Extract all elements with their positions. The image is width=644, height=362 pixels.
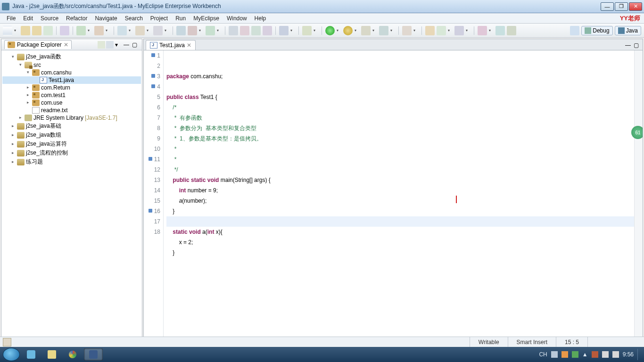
- tool-button[interactable]: [94, 26, 104, 35]
- tree-node[interactable]: ▸j2se_java运算符: [2, 140, 141, 148]
- menu-run[interactable]: Run: [172, 14, 190, 23]
- tree-twisty-icon[interactable]: ▸: [10, 150, 16, 156]
- line-number[interactable]: 4: [144, 82, 160, 92]
- debug-dropdown-icon[interactable]: ▾: [355, 28, 359, 33]
- code-line[interactable]: }: [166, 206, 634, 216]
- debug-button[interactable]: [343, 26, 353, 35]
- tree-twisty-icon[interactable]: ▾: [25, 70, 31, 75]
- tree-twisty-icon[interactable]: ▸: [25, 92, 31, 98]
- ime-indicator[interactable]: CH: [539, 351, 547, 358]
- tray-expand-icon[interactable]: ▲: [582, 351, 588, 358]
- tree-twisty-icon[interactable]: ▸: [10, 123, 16, 129]
- dropdown-icon[interactable]: ▾: [466, 28, 471, 33]
- tool-button[interactable]: [425, 26, 435, 35]
- tool-button[interactable]: [135, 26, 145, 35]
- new-button[interactable]: [3, 26, 12, 35]
- tree-twisty-icon[interactable]: ▾: [10, 54, 16, 60]
- line-number[interactable]: 5: [144, 92, 160, 102]
- line-number[interactable]: 1: [144, 50, 160, 61]
- code-line[interactable]: [166, 82, 634, 92]
- dropdown-icon[interactable]: ▾: [199, 28, 204, 33]
- line-number[interactable]: 10: [144, 144, 160, 154]
- tree-twisty-icon[interactable]: ▸: [10, 159, 16, 165]
- line-number[interactable]: 16: [144, 206, 160, 216]
- tree-node[interactable]: ▸com.use: [2, 99, 141, 107]
- tree-twisty-icon[interactable]: ▸: [25, 85, 31, 90]
- dropdown-icon[interactable]: ▾: [129, 28, 133, 33]
- tree-node[interactable]: ▾com.canshu: [2, 69, 141, 76]
- tree-node[interactable]: ▾src: [2, 61, 141, 69]
- code-line[interactable]: public static void main(String[] args) {: [166, 175, 634, 185]
- menu-edit[interactable]: Edit: [19, 14, 37, 23]
- tool-button[interactable]: [279, 26, 289, 35]
- tree-twisty-icon[interactable]: [33, 77, 38, 83]
- tree-twisty-icon[interactable]: ▸: [10, 132, 16, 138]
- code-line[interactable]: *: [166, 144, 634, 154]
- collapse-all-button[interactable]: [98, 41, 105, 49]
- close-icon[interactable]: ✕: [187, 42, 191, 49]
- code-line[interactable]: package com.canshu;: [166, 71, 634, 82]
- tool-button[interactable]: [263, 26, 272, 35]
- package-explorer-tab[interactable]: Package Explorer ✕: [4, 40, 72, 49]
- overview-ruler[interactable]: 61: [634, 50, 643, 338]
- tree-node[interactable]: ▸j2se_java基础: [2, 122, 141, 131]
- tool-button[interactable]: [117, 26, 127, 35]
- close-icon[interactable]: ✕: [64, 41, 68, 48]
- dropdown-icon[interactable]: ▾: [372, 28, 377, 33]
- minimize-button[interactable]: —: [601, 2, 614, 11]
- dropdown-icon[interactable]: ▾: [147, 28, 151, 33]
- start-button[interactable]: [3, 348, 20, 361]
- tool-button[interactable]: [229, 26, 238, 35]
- line-number[interactable]: 8: [144, 123, 160, 133]
- dropdown-icon[interactable]: ▾: [88, 28, 92, 33]
- editor-tab-test1[interactable]: Test1.java ✕: [146, 40, 196, 50]
- save-button[interactable]: [21, 26, 30, 35]
- close-button[interactable]: ✕: [629, 2, 642, 11]
- line-number[interactable]: 13: [144, 175, 160, 185]
- line-number[interactable]: 2: [144, 61, 160, 71]
- code-content[interactable]: package com.canshu; public class Test1 {…: [164, 50, 634, 338]
- view-menu-button[interactable]: ▾: [115, 41, 122, 49]
- run-button[interactable]: [325, 26, 335, 35]
- line-number[interactable]: 3: [144, 71, 160, 82]
- tool-button[interactable]: [454, 26, 464, 35]
- code-line[interactable]: */: [166, 165, 634, 175]
- tree-node[interactable]: ▸com.Return: [2, 84, 141, 91]
- tool-button[interactable]: [478, 26, 487, 35]
- tray-icon[interactable]: [551, 351, 558, 358]
- quick-access-icon[interactable]: [3, 338, 11, 346]
- tool-button[interactable]: [302, 26, 312, 35]
- print-button[interactable]: [43, 26, 53, 35]
- line-number[interactable]: 7: [144, 113, 160, 123]
- taskbar-chrome[interactable]: [63, 348, 82, 361]
- tree-node[interactable]: ▸JRE System Library [JavaSE-1.7]: [2, 114, 141, 122]
- tray-icon[interactable]: [561, 351, 568, 358]
- tree-twisty-icon[interactable]: [25, 107, 31, 113]
- new-dropdown-icon[interactable]: ▾: [14, 28, 19, 33]
- tree-twisty-icon[interactable]: ▸: [25, 100, 31, 106]
- tree-twisty-icon[interactable]: ▾: [17, 62, 23, 68]
- tool-button[interactable]: [188, 26, 197, 35]
- taskbar-app-1[interactable]: [22, 348, 41, 361]
- code-line[interactable]: }: [166, 247, 634, 258]
- line-number[interactable]: 9: [144, 133, 160, 144]
- tree-node[interactable]: ▸com.test1: [2, 91, 141, 99]
- menu-source[interactable]: Source: [37, 14, 62, 23]
- tray-icon[interactable]: [572, 351, 578, 358]
- minimize-editor-button[interactable]: —: [625, 41, 632, 49]
- link-editor-button[interactable]: [106, 41, 114, 49]
- line-number[interactable]: 12: [144, 165, 160, 175]
- tray-icon[interactable]: [592, 351, 598, 358]
- network-icon[interactable]: [602, 351, 609, 358]
- dropdown-icon[interactable]: ▾: [448, 28, 453, 33]
- package-tree[interactable]: ▾j2se_java函数▾src▾com.canshuTest1.java▸co…: [1, 50, 142, 346]
- tree-node[interactable]: ▸练习题: [2, 157, 141, 166]
- minimize-view-button[interactable]: —: [123, 41, 131, 49]
- line-number[interactable]: 18: [144, 227, 160, 237]
- maximize-editor-button[interactable]: ▢: [633, 41, 641, 49]
- line-number[interactable]: 15: [144, 196, 160, 206]
- code-line[interactable]: * 参数分为 基本类型和复合类型: [166, 123, 634, 133]
- line-number[interactable]: 14: [144, 185, 160, 196]
- menu-myeclipse[interactable]: MyEclipse: [190, 14, 223, 23]
- tool-button[interactable]: [495, 26, 505, 35]
